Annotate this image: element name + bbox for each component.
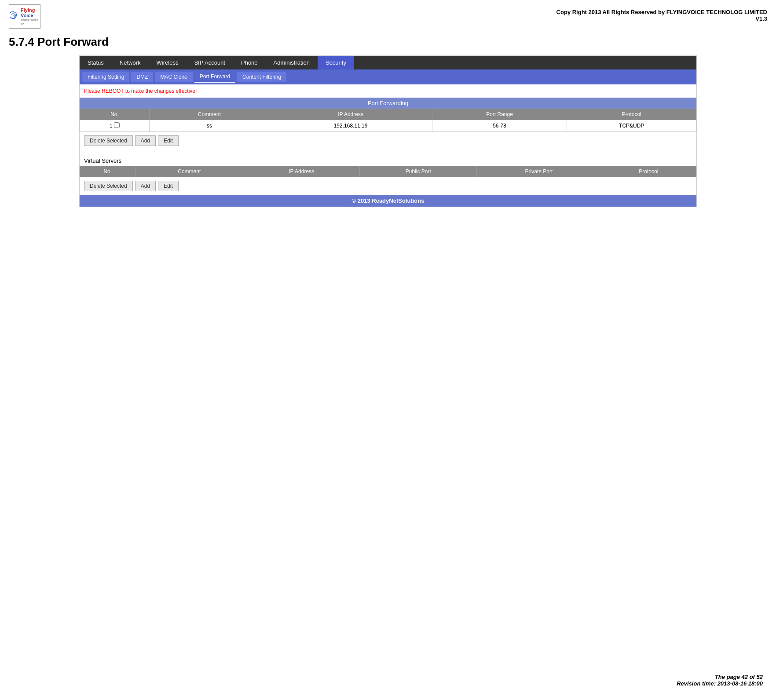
sub-nav-item-dmz[interactable]: DMZ: [131, 72, 153, 82]
nav-item-security[interactable]: Security: [318, 56, 354, 69]
logo-flying-text: Flying: [21, 7, 40, 13]
copyright: Copy Right 2013 All Rights Reserved by F…: [44, 4, 767, 22]
port-fwd-delete-button[interactable]: Delete Selected: [84, 135, 133, 146]
logo-waves-icon: [9, 10, 19, 22]
vs-col-private-port: Private Port: [477, 166, 601, 177]
virtual-servers-section: Virtual Servers No.CommentIP AddressPubl…: [80, 154, 696, 195]
vs-col-ip-address: IP Address: [243, 166, 360, 177]
port-fwd-col-comment: Comment: [149, 109, 269, 120]
vs-delete-button[interactable]: Delete Selected: [84, 181, 133, 191]
sub-nav-item-port-forward[interactable]: Port Forward: [194, 71, 235, 83]
nav-item-sip-account[interactable]: SIP Account: [186, 56, 233, 69]
copyright-line2: V1.3: [44, 15, 767, 22]
page-footer: The page 42 of 52 Revision time: 2013-08…: [677, 674, 763, 687]
vs-col-comment: Comment: [135, 166, 243, 177]
virtual-servers-buttons: Delete Selected Add Edit: [80, 177, 696, 195]
virtual-servers-table: No.CommentIP AddressPublic PortPrivate P…: [80, 166, 696, 177]
port-forwarding-title: Port Forwarding: [80, 98, 696, 109]
nav-item-status[interactable]: Status: [80, 56, 112, 69]
vs-add-button[interactable]: Add: [135, 181, 156, 191]
port-fwd-col-port-range: Port Range: [432, 109, 567, 120]
port-fwd-row-ip: 192.168.11.19: [269, 120, 432, 132]
nav-bar: StatusNetworkWirelessSIP AccountPhoneAdm…: [80, 56, 696, 69]
logo-box: Flying Voice Voice over IP: [9, 4, 40, 29]
virtual-servers-label: Virtual Servers: [80, 154, 696, 166]
nav-item-network[interactable]: Network: [112, 56, 149, 69]
port-fwd-row-checkbox[interactable]: [114, 122, 120, 128]
vs-col-protocol: Protocol: [601, 166, 696, 177]
copyright-line1: Copy Right 2013 All Rights Reserved by F…: [44, 9, 767, 15]
port-fwd-row-protocol: TCP&UDP: [567, 120, 696, 132]
port-fwd-col-no-: No.: [80, 109, 150, 120]
port-forwarding-section: Port Forwarding No.CommentIP AddressPort…: [80, 98, 696, 149]
footer-text: © 2013 ReadyNetSolutions: [352, 197, 425, 204]
vs-col-public-port: Public Port: [360, 166, 477, 177]
vs-col-no-: No.: [80, 166, 135, 177]
port-fwd-col-ip-address: IP Address: [269, 109, 432, 120]
page-footer-line1: The page 42 of 52: [677, 674, 763, 680]
table-row: 1 ss192.168.11.1956-78TCP&UDP: [80, 120, 696, 132]
sub-nav-item-content-filtering[interactable]: Content Filtering: [237, 72, 286, 82]
footer-bar: © 2013 ReadyNetSolutions: [80, 195, 696, 207]
port-fwd-row-comment: ss: [149, 120, 269, 132]
logo: Flying Voice Voice over IP: [9, 4, 44, 31]
port-fwd-row-port-range: 56-78: [432, 120, 567, 132]
port-fwd-col-protocol: Protocol: [567, 109, 696, 120]
sub-nav-item-filtering-setting[interactable]: Filtering Setting: [82, 72, 129, 82]
logo-voip-text: Voice over IP: [21, 18, 40, 26]
nav-item-wireless[interactable]: Wireless: [149, 56, 187, 69]
port-fwd-edit-button[interactable]: Edit: [158, 135, 179, 146]
page-title: 5.7.4 Port Forward: [0, 31, 776, 55]
nav-item-administration[interactable]: Administration: [266, 56, 318, 69]
page-footer-line2: Revision time: 2013-08-16 18:00: [677, 680, 763, 687]
port-forwarding-buttons: Delete Selected Add Edit: [80, 132, 696, 149]
vs-edit-button[interactable]: Edit: [158, 181, 179, 191]
port-fwd-row-no: 1: [80, 120, 150, 132]
reboot-notice: Please REBOOT to make the changes effect…: [80, 84, 696, 98]
main-content: StatusNetworkWirelessSIP AccountPhoneAdm…: [79, 55, 697, 207]
sub-nav: Filtering SettingDMZMAC ClonePort Forwar…: [80, 69, 696, 84]
sub-nav-item-mac-clone[interactable]: MAC Clone: [155, 72, 192, 82]
logo-voice-text: Voice: [21, 13, 40, 18]
header: Flying Voice Voice over IP Copy Right 20…: [0, 0, 776, 31]
port-fwd-add-button[interactable]: Add: [135, 135, 156, 146]
nav-item-phone[interactable]: Phone: [233, 56, 266, 69]
port-forwarding-table: No.CommentIP AddressPort RangeProtocol 1…: [80, 109, 696, 132]
